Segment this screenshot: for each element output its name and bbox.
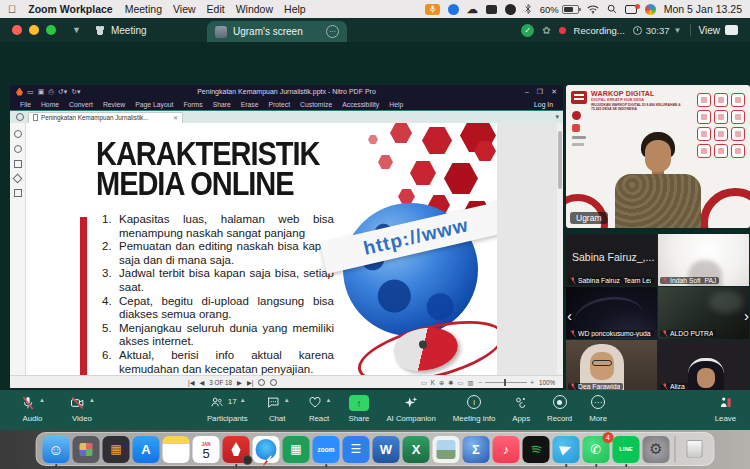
stamp-icon[interactable] (14, 189, 22, 197)
pdf-document-tab[interactable]: Peningkatan Kemampuan Jurnalistik... ✕ (28, 112, 183, 123)
chat-chevron[interactable]: ▲ (284, 397, 290, 403)
tab-meeting[interactable]: Meeting (95, 25, 147, 36)
dock-launchpad-icon[interactable] (73, 436, 100, 463)
tabbar-chevron-icon[interactable]: ▾ (555, 113, 559, 121)
pdf-menu-file[interactable]: File (20, 101, 31, 108)
audio-button[interactable]: ▲ Audio (20, 395, 45, 423)
menu-view[interactable]: View (173, 3, 196, 15)
battery-indicator[interactable]: 60% (540, 4, 579, 15)
leave-button[interactable]: Leave (715, 395, 736, 423)
pdf-minimize-icon[interactable]: – (525, 88, 529, 96)
pdf-close-icon[interactable]: ✕ (551, 88, 557, 96)
participants-button[interactable]: 17 ▲ Participants (207, 395, 248, 423)
pdf-document-area[interactable]: KARAKTERISTIK MEDIA ONLINE Kapasitas lua… (26, 123, 563, 375)
menubar-clock[interactable]: Mon 5 Jan 13.25 (664, 3, 742, 15)
dock-safari-icon[interactable] (253, 436, 280, 463)
meeting-info-button[interactable]: i Meeting info (453, 395, 495, 423)
dock-excel-icon[interactable]: X (403, 436, 430, 463)
rotate-left-icon[interactable] (258, 379, 265, 386)
pdf-menu-help[interactable]: Help (389, 101, 403, 108)
prev-page-icon[interactable]: ◀ (199, 379, 204, 386)
participant-tile-sabina[interactable]: Sabina Fairuz_,... Sabina Fairuz_Team Le… (566, 234, 657, 286)
dock-grapher-icon[interactable]: Σ (463, 436, 490, 463)
carousel-prev-icon[interactable]: ‹ (567, 307, 572, 324)
mic-in-use-indicator[interactable] (425, 4, 440, 15)
share-button[interactable]: ↑ Share (349, 395, 370, 423)
fullscreen-icon[interactable]: ✱ (448, 379, 453, 386)
dock-calculator-icon[interactable]: ▦ (103, 436, 130, 463)
pan-tool-icon[interactable] (14, 130, 22, 138)
menu-meeting[interactable]: Meeting (125, 3, 162, 15)
dock-preview-icon[interactable] (433, 436, 460, 463)
dock-line-icon[interactable]: LINE (613, 436, 640, 463)
menu-window[interactable]: Window (236, 3, 273, 15)
tab-ugrams-screen[interactable]: Ugram's screen ⋯ (207, 21, 347, 42)
last-page-icon[interactable]: ▶| (247, 379, 253, 386)
pdf-menu-home[interactable]: Home (41, 101, 59, 108)
zoom-slider[interactable]: − + (479, 379, 534, 386)
apps-button[interactable]: Apps (512, 395, 530, 423)
zoom-out-icon[interactable]: − (479, 379, 483, 386)
spotlight-search-icon[interactable] (607, 3, 617, 15)
tab-options-icon[interactable]: ⋯ (326, 25, 339, 38)
pdf-menu-review[interactable]: Review (103, 101, 125, 108)
dock-music-icon[interactable]: ♪ (493, 436, 520, 463)
dock-nitro-pdf-icon[interactable] (223, 436, 250, 463)
dock-calendar-icon[interactable]: JAN5 (193, 436, 220, 463)
pdf-menu-forms[interactable]: Forms (183, 101, 202, 108)
chat-button[interactable]: ▲ Chat (265, 395, 290, 423)
dock-google-sheets-icon[interactable]: ▦ (283, 436, 310, 463)
menu-help[interactable]: Help (284, 3, 306, 15)
zoom-slider-thumb[interactable] (504, 379, 506, 386)
dock-word-icon[interactable]: W (373, 436, 400, 463)
shield-status-icon[interactable] (505, 4, 516, 15)
apple-menu-icon[interactable]:  (8, 3, 16, 15)
dock-telegram-icon[interactable] (553, 436, 580, 463)
first-page-icon[interactable]: |◀ (188, 379, 194, 386)
close-tab-icon[interactable]: ✕ (173, 114, 178, 121)
pdf-menu-protect[interactable]: Protect (269, 101, 291, 108)
browser-status-icon[interactable] (645, 4, 656, 15)
thumbnails-icon[interactable] (14, 160, 22, 168)
participant-tile-aldo[interactable]: ALDO PUTRA (658, 287, 749, 339)
meeting-timer[interactable]: 30:37 ▼ (633, 25, 682, 36)
cloud-status-icon[interactable]: ☁ (467, 3, 478, 15)
save-icon[interactable]: ▣ (38, 88, 45, 96)
layout-icon[interactable]: ▭ (458, 379, 464, 386)
bluetooth-icon[interactable] (524, 3, 532, 15)
dock-appstore-icon[interactable]: A (133, 436, 160, 463)
rotate-right-icon[interactable] (270, 379, 277, 386)
audio-options-chevron[interactable]: ▲ (39, 397, 45, 403)
menu-edit[interactable]: Edit (207, 3, 225, 15)
bookmarks-icon[interactable] (13, 174, 23, 184)
dock-whatsapp-icon[interactable]: ✆4 (583, 436, 610, 463)
fit-page-icon[interactable]: ⊕ (439, 379, 444, 386)
wifi-icon[interactable] (587, 3, 599, 15)
chevron-down-icon[interactable]: ▼ (72, 25, 81, 35)
ai-companion-button[interactable]: AI Companion (386, 395, 435, 423)
participant-tile-wd[interactable]: WD poncokusumo-yuda (566, 287, 657, 339)
undo-icon[interactable]: ↺▾ (58, 88, 67, 96)
react-button[interactable]: ▲ React (307, 395, 332, 423)
zoom-in-icon[interactable]: + (530, 379, 534, 386)
dual-layout-icon[interactable]: ▥ (468, 379, 474, 386)
pdf-login-button[interactable]: Log In (534, 101, 553, 108)
more-button[interactable]: ⋯ More (589, 395, 607, 423)
react-chevron[interactable]: ▲ (326, 397, 332, 403)
dock-google-docs-icon[interactable]: ☰ (343, 436, 370, 463)
pdf-menu-customize[interactable]: Customize (300, 101, 332, 108)
screen-mirroring-icon[interactable] (625, 5, 637, 14)
minimize-window-button[interactable] (29, 25, 39, 35)
pdf-menu-accessibility[interactable]: Accessibility (342, 101, 379, 108)
pdf-menu-convert[interactable]: Convert (69, 101, 93, 108)
dock-settings-icon[interactable]: ⚙ (643, 436, 670, 463)
video-options-chevron[interactable]: ▲ (89, 397, 95, 403)
dock-trash-icon[interactable] (681, 436, 708, 463)
single-page-icon[interactable]: ▭ (421, 379, 427, 386)
chat-status-icon[interactable] (486, 5, 497, 14)
pdf-menu-pagelayout[interactable]: Page Layout (135, 101, 173, 108)
carousel-next-icon[interactable]: › (744, 307, 749, 324)
speaker-video-ugram[interactable]: WARKOP DIGITAL DIGITAL KREATIF HUB DESA … (566, 85, 750, 228)
view-button[interactable]: View (699, 25, 739, 36)
open-icon[interactable]: ▭ (27, 88, 34, 96)
